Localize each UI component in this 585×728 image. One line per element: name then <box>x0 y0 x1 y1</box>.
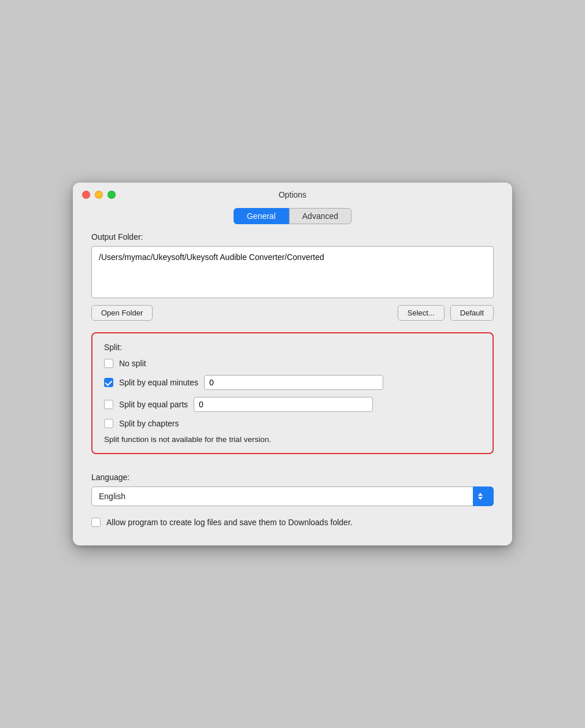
split-by-parts-label: Split by equal parts <box>119 400 188 409</box>
split-by-chapters-label: Split by chapters <box>119 419 179 428</box>
no-split-checkbox[interactable] <box>104 359 113 368</box>
split-by-parts-option: Split by equal parts <box>104 397 481 412</box>
content-area: Output Folder: Open Folder Select... Def… <box>73 232 512 527</box>
split-label: Split: <box>104 343 481 352</box>
split-by-parts-input[interactable] <box>194 397 373 412</box>
language-select-wrapper: English French German Spanish Japanese C… <box>91 486 494 506</box>
tab-advanced[interactable]: Advanced <box>289 208 351 224</box>
traffic-lights <box>82 191 116 199</box>
maximize-button[interactable] <box>108 191 116 199</box>
split-by-minutes-label: Split by equal minutes <box>119 378 198 387</box>
split-note: Split function is not available for the … <box>104 435 481 444</box>
log-checkbox[interactable] <box>91 518 101 527</box>
language-label: Language: <box>91 473 494 482</box>
select-button[interactable]: Select... <box>398 305 445 321</box>
options-window: Options General Advanced Output Folder: … <box>73 183 512 545</box>
right-buttons: Select... Default <box>398 305 494 321</box>
title-bar: Options <box>73 183 512 205</box>
tab-general[interactable]: General <box>234 208 289 224</box>
split-by-parts-checkbox[interactable] <box>104 400 113 409</box>
log-option: Allow program to create log files and sa… <box>91 518 494 527</box>
close-button[interactable] <box>82 191 90 199</box>
minimize-button[interactable] <box>95 191 103 199</box>
language-section: Language: English French German Spanish … <box>91 473 494 506</box>
tab-bar: General Advanced <box>73 205 512 232</box>
window-title: Options <box>279 190 306 199</box>
open-folder-button[interactable]: Open Folder <box>91 305 153 321</box>
split-by-minutes-input[interactable] <box>204 375 383 390</box>
split-section: Split: No split Split by equal minutes S… <box>91 332 494 454</box>
split-by-chapters-option: Split by chapters <box>104 419 481 428</box>
output-folder-label: Output Folder: <box>91 232 494 242</box>
folder-buttons: Open Folder Select... Default <box>91 305 494 321</box>
language-select[interactable]: English French German Spanish Japanese C… <box>91 486 494 506</box>
split-by-minutes-checkbox[interactable] <box>104 378 113 387</box>
default-button[interactable]: Default <box>450 305 494 321</box>
log-label: Allow program to create log files and sa… <box>106 518 353 527</box>
split-by-chapters-checkbox[interactable] <box>104 419 113 428</box>
no-split-label: No split <box>119 359 146 368</box>
output-folder-path[interactable] <box>91 246 494 298</box>
split-by-minutes-option: Split by equal minutes <box>104 375 481 390</box>
no-split-option: No split <box>104 359 481 368</box>
